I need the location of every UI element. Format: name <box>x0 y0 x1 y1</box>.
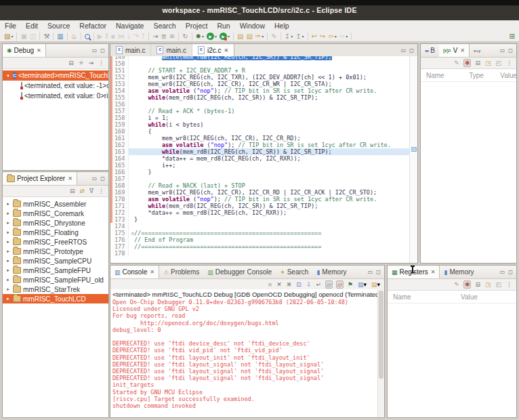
memory-tab[interactable]: ▮Memory <box>440 266 478 278</box>
refresh-icon[interactable]: ↻ <box>181 32 189 41</box>
minimize-icon[interactable]: ▭ <box>92 47 98 54</box>
code-text[interactable]: asm volatile ("nop"); // TIP bit in SR i… <box>129 87 417 94</box>
menu-item-search[interactable]: Search <box>148 22 180 30</box>
code-line-169[interactable]: 169 mem_wr8(I2C_REG(ch, I2C_CR), I2C_CR_… <box>110 189 417 196</box>
show-logical-structures-icon[interactable]: ✱ <box>463 280 472 289</box>
build-all-icon[interactable]: ⚒ <box>42 32 51 41</box>
line-number[interactable]: 176 <box>112 236 129 243</box>
project-item-mmRISC_Assembler[interactable]: ▸mmRISC_Assembler <box>3 199 108 209</box>
code-text[interactable]: asm volatile ("nop"); // TIP bit in SR i… <box>129 196 417 203</box>
menu-item-help[interactable]: Help <box>270 22 294 30</box>
code-text[interactable]: i = 1; <box>129 114 417 121</box>
code-line-160[interactable]: 160 { <box>110 128 417 135</box>
console-scrollbar[interactable] <box>377 289 384 417</box>
prev-annotation-icon[interactable]: ↥▾ <box>294 32 305 41</box>
save-all-icon[interactable]: ◫ <box>28 32 37 41</box>
clear-console-icon[interactable]: ⊡ <box>295 281 302 288</box>
new-wizard-icon[interactable]: ▨▾ <box>3 32 14 41</box>
debug-tab[interactable]: ✱ Debug ✕ <box>3 44 46 57</box>
code-line-173[interactable]: 173} <box>110 216 417 223</box>
line-number[interactable]: 152 <box>112 74 129 81</box>
last-edit-location-icon[interactable]: ↩ <box>310 32 318 41</box>
overview-marker[interactable] <box>411 147 417 152</box>
code-text[interactable]: // START + I2C_DEV_ADDR7 + R <box>129 67 417 74</box>
code-line-166[interactable]: 166 } <box>110 169 417 175</box>
code-line-176[interactable]: 176// End of Program <box>110 236 417 243</box>
project-item-mmRISC_TouchLCD[interactable]: ▸mmRISC_TouchLCD <box>3 294 108 303</box>
flash-program-icon[interactable]: ♨ <box>70 32 79 41</box>
terminal-icon[interactable]: ▥ <box>56 32 64 41</box>
code-text[interactable]: mem_wr8(I2C_REG(ch, I2C_CR), I2C_CR_WR |… <box>129 81 417 87</box>
collapse-all-icon[interactable]: ⊟ <box>68 60 75 66</box>
code-text[interactable]: // Read + NACK (last) + STOP <box>129 182 417 189</box>
collapse-all-icon[interactable]: ⊟ <box>474 281 481 288</box>
collapse-all-icon[interactable]: ⊟ <box>69 188 76 194</box>
close-icon[interactable]: ✕ <box>460 47 465 54</box>
remove-all-launches-icon[interactable]: ✖ <box>286 281 293 288</box>
console-tab-problems[interactable]: ⚠Problems <box>159 266 203 278</box>
menu-item-source[interactable]: Source <box>43 22 75 30</box>
line-number[interactable]: 177 <box>112 243 129 250</box>
code-text[interactable] <box>129 175 417 182</box>
console-tab-debugger-console[interactable]: ▥Debugger Console <box>203 266 276 278</box>
line-number[interactable]: 169 <box>112 189 129 196</box>
expander-icon[interactable]: ▸ <box>5 258 11 264</box>
editor-tab-main.c-0[interactable]: main.c <box>110 44 151 56</box>
debug-tree-item[interactable]: <terminated, exit value: 0>ris <box>3 91 108 101</box>
minimize-icon[interactable]: ▭ <box>500 269 505 275</box>
terminate-icon[interactable]: ■ <box>268 281 272 288</box>
show-type-names-icon[interactable]: ✎ <box>453 281 460 288</box>
pin-console-icon[interactable]: ⚑ <box>347 281 354 288</box>
code-line-155[interactable]: 155 while(mem_rd8(I2C_REG(ch, I2C_SR)) &… <box>110 94 417 101</box>
filter-icon[interactable]: ∇ <box>89 188 94 194</box>
last-launch-icon[interactable]: ✑▾ <box>254 32 265 41</box>
show-stderr-icon[interactable]: ▱ <box>336 280 344 289</box>
close-icon[interactable]: ✕ <box>68 175 72 182</box>
line-number[interactable]: 165 <box>112 162 129 169</box>
show-logical-structures-icon[interactable]: ✱ <box>463 59 472 67</box>
view-menu-icon[interactable]: ⋮ <box>98 60 105 66</box>
code-editor[interactable]: 149 while(mem_rd8(I2C_REG(ch, I2C_SR)) &… <box>110 56 417 263</box>
expander-icon[interactable]: ▸ <box>5 249 11 254</box>
line-number[interactable]: 158 <box>112 114 129 121</box>
maximize-icon[interactable]: ◻ <box>508 47 513 54</box>
maximize-icon[interactable]: ◻ <box>508 269 513 275</box>
editor-tab-i2c.c-2[interactable]: i2c.c✕ <box>192 44 234 56</box>
code-text[interactable] <box>129 60 417 67</box>
expander-icon[interactable]: ▸ <box>5 287 11 292</box>
line-number[interactable]: 159 <box>112 121 129 128</box>
line-number[interactable]: 162 <box>112 142 129 148</box>
code-line-161[interactable]: 161 mem_wr8(I2C_REG(ch, I2C_CR), I2C_CR_… <box>110 135 417 142</box>
line-number[interactable]: 178 <box>112 250 129 257</box>
back-icon[interactable]: ⇦▾ <box>327 32 337 41</box>
expander-icon[interactable]: ▸ <box>5 211 11 216</box>
code-text[interactable]: //======================================… <box>129 243 417 250</box>
show-full-paths-icon[interactable]: ⇥ <box>87 60 94 66</box>
pin-editor-icon[interactable]: ✎ <box>270 32 278 41</box>
overview-ruler[interactable] <box>409 56 417 263</box>
line-number[interactable]: 150 <box>112 60 129 67</box>
code-text[interactable]: while(mem_rd8(I2C_REG(ch, I2C_SR)) & I2C… <box>129 148 417 155</box>
console-tab-memory[interactable]: ▮Memory <box>312 266 350 278</box>
line-number[interactable]: 160 <box>112 128 129 135</box>
open-new-view-icon[interactable]: ◰ <box>495 60 502 66</box>
code-text[interactable]: mem_wr8(I2C_REG(ch, I2C_CR), I2C_CR_RD); <box>129 135 417 142</box>
line-number[interactable]: 174 <box>112 223 129 230</box>
breakpoints-tab[interactable]: ●●B <box>421 44 439 57</box>
line-number[interactable]: 167 <box>112 175 129 182</box>
run-icon[interactable]: ▶▾ <box>205 32 218 41</box>
menu-item-refactor[interactable]: Refactor <box>75 22 111 30</box>
code-text[interactable]: while(i < bytes) <box>129 121 417 128</box>
close-icon[interactable]: ✕ <box>224 47 228 54</box>
variables-tab[interactable]: (x)=V✕ <box>439 44 470 57</box>
line-number[interactable]: 168 <box>112 182 129 189</box>
step-over-icon[interactable]: ↷ <box>132 32 140 41</box>
close-icon[interactable]: ✕ <box>431 269 436 275</box>
expander-icon[interactable]: ▸ <box>5 239 11 245</box>
code-line-150[interactable]: 150 <box>110 60 417 67</box>
line-number[interactable]: 163 <box>112 148 129 155</box>
project-explorer-tab[interactable]: Project Explorer ✕ <box>3 172 77 185</box>
import-icon[interactable]: ▤ <box>245 32 254 41</box>
code-text[interactable]: } <box>129 169 417 175</box>
maximize-icon[interactable]: ◻ <box>409 47 414 54</box>
